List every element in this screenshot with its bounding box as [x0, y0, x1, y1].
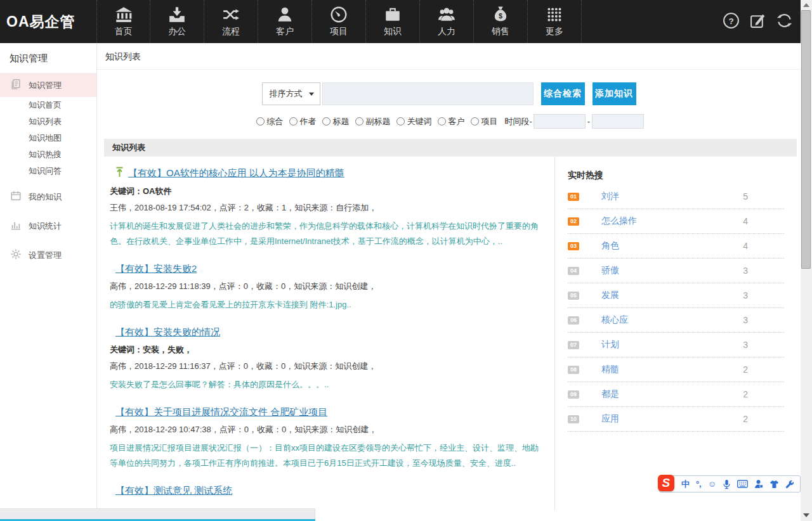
sort-order-select[interactable]: 排序方式 [262, 82, 320, 105]
bottom-gray-bar [0, 508, 315, 519]
chinese-mode-icon[interactable]: 中 [681, 479, 690, 490]
knowledge-title-link[interactable]: 【有效】关于项目进展情况交流文件 合肥矿业项目 [115, 406, 327, 418]
sidebar-item-knowledge-home[interactable]: 知识首页 [0, 97, 96, 113]
hot-search-row: 06 核心应 3 [568, 308, 784, 333]
rank-badge: 10 [568, 415, 579, 423]
skin-tshirt-icon[interactable] [769, 480, 779, 489]
filter-label: 副标题 [366, 116, 391, 127]
microphone-icon[interactable] [723, 479, 731, 489]
pinned-top-icon [115, 167, 124, 180]
sidebar-item-settings[interactable]: 设置管理 [0, 243, 96, 267]
nav-item-sales[interactable]: $ 销售 [474, 0, 528, 43]
filter-radio-title[interactable]: 标题 [322, 116, 350, 127]
sidebar-item-knowledge-stats[interactable]: 知识统计 [0, 214, 96, 238]
hot-keyword-link[interactable]: 刘洋 [601, 191, 743, 202]
hot-keyword-link[interactable]: 骄傲 [601, 265, 743, 276]
hot-keyword-link[interactable]: 怎么操作 [601, 215, 743, 227]
nav-item-hr[interactable]: 人力 [420, 0, 474, 43]
knowledge-title-link[interactable]: 【有效】测试意见 测试系统 [115, 485, 232, 497]
nav-label: 首页 [115, 26, 133, 37]
knowledge-title-link[interactable]: 【有效】安装失败2 [115, 263, 197, 275]
scroll-up-arrow[interactable] [803, 3, 809, 7]
nav-item-customer[interactable]: 客户 [258, 0, 312, 43]
search-panel: 排序方式 综合检索 添加知识 综合 作者 标题 副标题 关键词 客户 项目 时间… [97, 70, 801, 129]
hot-keyword-link[interactable]: 精髓 [601, 364, 743, 375]
refresh-button[interactable] [776, 12, 793, 32]
hot-count: 2 [743, 364, 748, 375]
hot-keyword-link[interactable]: 计划 [601, 339, 743, 351]
radio-general[interactable] [256, 117, 265, 125]
scroll-down-arrow[interactable] [803, 513, 809, 517]
nav-item-more[interactable]: 更多 [528, 0, 582, 43]
radio-author[interactable] [289, 117, 298, 125]
hot-keyword-link[interactable]: 都是 [601, 389, 743, 400]
nav-item-workflow[interactable]: 流程 [204, 0, 258, 43]
section-header: 知识列表 [104, 139, 797, 157]
filter-radio-keyword[interactable]: 关键词 [396, 116, 432, 127]
date-to-input[interactable] [592, 114, 644, 129]
content-row: 【有效】OA软件的核心应用 以人为本是协同的精髓 关键词：OA软件 王伟，201… [104, 157, 797, 511]
sidebar-title: 知识管理 [0, 43, 96, 74]
search-input[interactable] [322, 82, 534, 105]
hot-keyword-link[interactable]: 角色 [601, 240, 743, 252]
sidebar-item-knowledge-list[interactable]: 知识列表 [0, 113, 96, 130]
briefcase-icon [384, 6, 402, 23]
knowledge-summary: 安装失败了是怎么回事呢？解答：具体的原因是什么。。。.. [110, 377, 543, 392]
date-from-input[interactable] [534, 114, 586, 129]
filter-radio-project[interactable]: 项目 [471, 116, 498, 127]
hot-keyword-link[interactable]: 发展 [601, 290, 743, 301]
knowledge-meta: 高伟，2018-12-29 10:47:38，点评：0，收藏：0，知识来源：知识… [110, 424, 543, 435]
keyboard-icon[interactable] [737, 480, 748, 488]
help-button[interactable]: ? [723, 12, 740, 32]
main-nav: 首页 办公 流程 客户 项目 知识 人力 $ 销售 [96, 0, 582, 43]
filter-radio-general[interactable]: 综合 [256, 116, 284, 127]
add-knowledge-button[interactable]: 添加知识 [593, 82, 636, 105]
radio-customer[interactable] [438, 117, 446, 125]
hot-keyword-link[interactable]: 应用 [601, 413, 743, 425]
radio-keyword[interactable] [396, 117, 405, 125]
svg-text:?: ? [728, 16, 733, 25]
time-range-separator: - [587, 117, 590, 126]
nav-label: 办公 [168, 26, 186, 37]
sidebar-item-my-knowledge[interactable]: 我的知识 [0, 185, 96, 209]
knowledge-title-link[interactable]: 【有效】OA软件的核心应用 以人为本是协同的精髓 [128, 167, 344, 179]
radio-project[interactable] [471, 117, 479, 125]
nav-label: 客户 [276, 26, 294, 37]
radio-title[interactable] [322, 117, 331, 125]
nav-item-office[interactable]: 办公 [150, 0, 204, 43]
vertical-scrollbar[interactable] [801, 0, 812, 521]
hot-search-row: 09 都是 2 [568, 382, 784, 407]
sidebar-item-knowledge-hot[interactable]: 知识热搜 [0, 146, 96, 163]
wrench-settings-icon[interactable] [785, 480, 794, 489]
hot-search-row: 01 刘洋 5 [568, 184, 784, 209]
navbar-actions: ? [723, 0, 801, 43]
nav-item-project[interactable]: 项目 [312, 0, 366, 43]
filter-radio-customer[interactable]: 客户 [438, 116, 465, 127]
nav-label: 人力 [438, 26, 455, 37]
radio-subtitle[interactable] [355, 117, 363, 125]
filter-radio-author[interactable]: 作者 [289, 116, 317, 127]
filter-radio-subtitle[interactable]: 副标题 [355, 116, 391, 127]
punctuation-mode-icon[interactable]: °, [696, 479, 702, 489]
sidebar-item-knowledge-qa[interactable]: 知识问答 [0, 163, 96, 179]
hot-keyword-link[interactable]: 核心应 [601, 314, 743, 326]
nav-item-knowledge[interactable]: 知识 [366, 0, 420, 43]
knowledge-title-link[interactable]: 【有效】安装失败的情况 [115, 326, 220, 338]
sidebar-item-knowledge-map[interactable]: 知识地图 [0, 130, 96, 146]
nav-label: 销售 [492, 26, 509, 37]
combined-search-button[interactable]: 综合检索 [541, 82, 585, 105]
emoji-icon[interactable]: ☺ [708, 479, 716, 489]
hot-count: 3 [743, 290, 748, 300]
grid-dots-icon [546, 6, 563, 23]
sidebar-item-knowledge-mgmt[interactable]: 知识管理 [0, 74, 96, 97]
account-icon[interactable] [754, 479, 763, 489]
hot-search-title: 实时热搜 [568, 170, 797, 181]
filter-label: 客户 [449, 116, 465, 127]
edit-button[interactable] [749, 12, 766, 32]
scrollbar-thumb[interactable] [801, 10, 811, 269]
nav-item-home[interactable]: 首页 [96, 0, 150, 43]
search-row: 排序方式 综合检索 添加知识 [262, 82, 636, 105]
hot-count: 3 [743, 315, 748, 325]
sogou-logo-icon[interactable]: S [658, 475, 674, 491]
knowledge-meta: 王伟，2018-08-19 17:54:02，点评：2，收藏：1，知识来源：自行… [110, 202, 543, 214]
